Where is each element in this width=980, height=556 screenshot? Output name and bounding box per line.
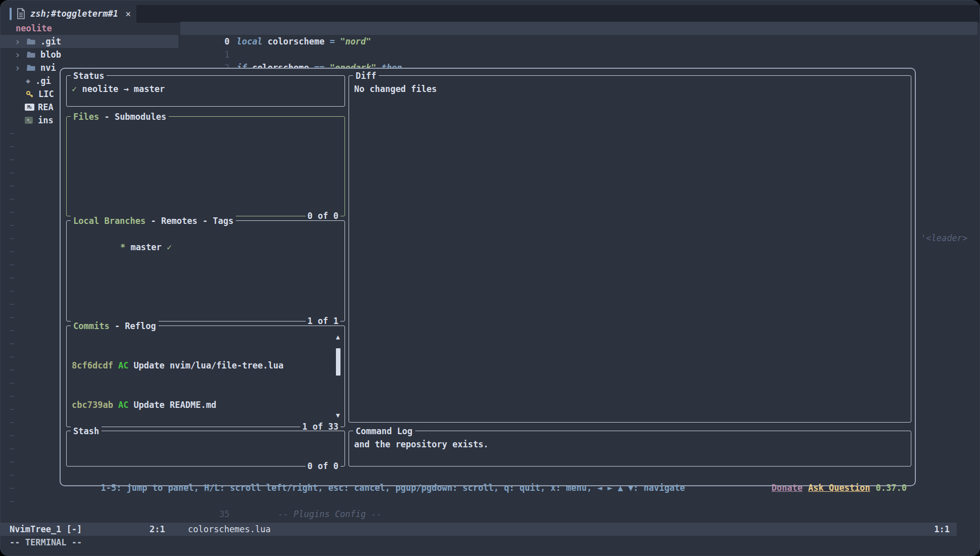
key-icon — [26, 90, 33, 98]
chevron-right-icon[interactable]: › — [1, 48, 23, 61]
tree-root-label: neolite — [1, 22, 52, 35]
keybinding-hints: 1-5: jump to panel, H/L: scroll left/rig… — [101, 483, 685, 493]
tab-indicator — [10, 8, 12, 20]
markdown-icon: M↓ — [25, 104, 34, 111]
statusline-cursor-position: 1:1 — [934, 523, 950, 536]
commits-scrollbar[interactable]: ▲ ▼ — [333, 332, 342, 421]
statusline-tree-position: 2:1 — [150, 523, 165, 536]
terminal-window: zsh;#toggleterm#1 × neolite › .git › blo… — [0, 0, 980, 556]
git-file-icon: ◈ — [26, 74, 30, 87]
tabline: zsh;#toggleterm#1 × — [1, 5, 979, 23]
code-line: 35 -- Plugins Config -- — [180, 494, 381, 507]
scroll-up-icon[interactable]: ▲ — [333, 333, 342, 341]
tab-title: zsh;#toggleterm#1 — [30, 7, 118, 20]
commit-row[interactable]: 8cf6dcdfACUpdate nvim/lua/file-tree.lua — [72, 359, 338, 372]
code-line: 36 diagnostics = { — [180, 507, 356, 521]
stash-panel[interactable]: Stash 0 of 0 — [66, 431, 345, 467]
check-icon: ✓ — [72, 84, 77, 94]
chevron-right-icon[interactable]: › — [1, 35, 23, 48]
folder-icon — [27, 64, 35, 71]
current-branch-star: * — [120, 242, 125, 252]
code-line: 0local colorscheme = "nord" — [180, 22, 371, 35]
scrollbar-thumb[interactable] — [336, 348, 340, 376]
code-line: 1 — [180, 35, 236, 48]
code-overflow-text: '<leader> — [921, 231, 967, 245]
commit-row[interactable]: cbc739abACUpdate README.md — [72, 398, 338, 411]
diff-text: No changed files — [354, 84, 437, 94]
commits-panel[interactable]: Commits - Reflog 1 of 33 8cf6dcdfACUpdat… — [66, 326, 345, 427]
branches-panel[interactable]: Local Branches - Remotes - Tags 1 of 1 *… — [66, 220, 345, 321]
check-icon: ✓ — [167, 242, 172, 252]
file-icon — [17, 8, 25, 19]
ask-question-link[interactable]: Ask Question — [808, 483, 870, 493]
command-log-text: and the repository exists. — [354, 439, 488, 449]
statusline-file-name: colorschemes.lua — [188, 523, 271, 536]
terminal-script-icon: >_ — [25, 117, 33, 124]
tree-item-blob-folder[interactable]: › blob — [1, 48, 178, 61]
tabline-filler — [136, 5, 979, 23]
statusline: NvimTree_1 [-] 2:1 colorschemes.lua 1:1 — [1, 523, 957, 536]
lazygit-version: 0.37.0 — [876, 483, 907, 493]
terminal-tab[interactable]: zsh;#toggleterm#1 × — [10, 5, 131, 23]
code-line: 2if colorscheme == "onedark" then — [180, 48, 402, 61]
status-panel[interactable]: Status ✓ neolite → master — [66, 75, 345, 107]
scroll-down-icon[interactable]: ▼ — [333, 411, 342, 420]
files-panel[interactable]: Files - Submodules 0 of 0 — [66, 116, 345, 216]
diff-panel[interactable]: Diff No changed files — [349, 75, 911, 423]
donate-link[interactable]: Donate — [771, 483, 802, 493]
statusline-buffer-name: NvimTree_1 [-] — [10, 523, 82, 536]
command-log-panel[interactable]: Command Log and the repository exists. — [349, 431, 911, 467]
folder-icon — [27, 51, 35, 58]
folder-icon — [27, 38, 35, 45]
tab-close-button[interactable]: × — [123, 7, 131, 20]
branch-name: master — [130, 242, 161, 252]
tree-item-git-folder[interactable]: › .git — [1, 35, 178, 48]
keybindings-bar: 1-5: jump to panel, H/L: scroll left/rig… — [70, 468, 907, 481]
chevron-right-icon[interactable]: › — [1, 61, 23, 74]
mode-indicator: -- TERMINAL -- — [10, 536, 82, 549]
repo-branch-text: neolite → master — [82, 84, 165, 94]
lazygit-window: Status ✓ neolite → master Files - Submod… — [60, 68, 916, 486]
tilde-column: ~~~~~~~~~~~~~~~~~~~~~~~~~~~~~ — [10, 127, 25, 508]
